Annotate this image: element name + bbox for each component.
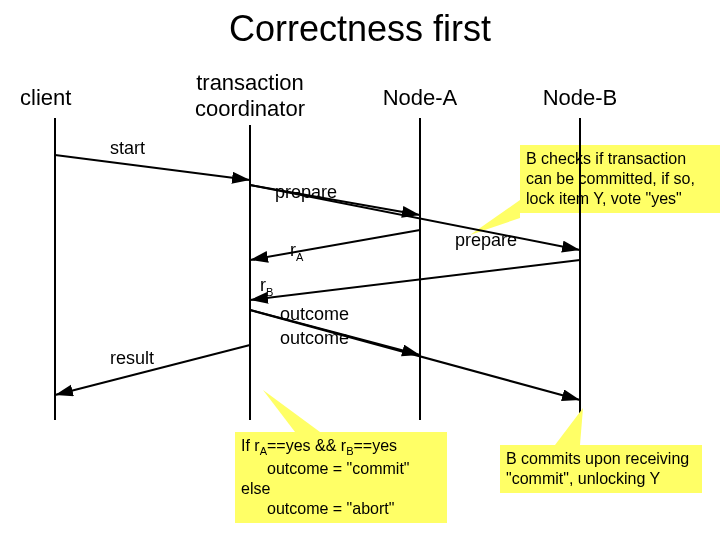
msg-rb-sub: B: [266, 286, 273, 298]
diagram-stage: Correctness first client transaction coo…: [0, 0, 720, 540]
callout-commit-tail: [555, 408, 583, 445]
arrow-rb: [250, 260, 580, 300]
callout-logic-tail: [263, 390, 320, 432]
arrow-ra: [250, 230, 420, 260]
arrow-start: [55, 155, 250, 180]
msg-outcome-a: outcome: [280, 304, 349, 325]
msg-result: result: [110, 348, 154, 369]
msg-prepare-b: prepare: [455, 230, 517, 251]
msg-prepare-a: prepare: [275, 182, 337, 203]
msg-rb: rB: [260, 275, 273, 298]
msg-ra-sub: A: [296, 251, 303, 263]
msg-outcome-b: outcome: [280, 328, 349, 349]
msg-ra: rA: [290, 240, 303, 263]
sequence-svg: [0, 0, 720, 540]
msg-start: start: [110, 138, 145, 159]
